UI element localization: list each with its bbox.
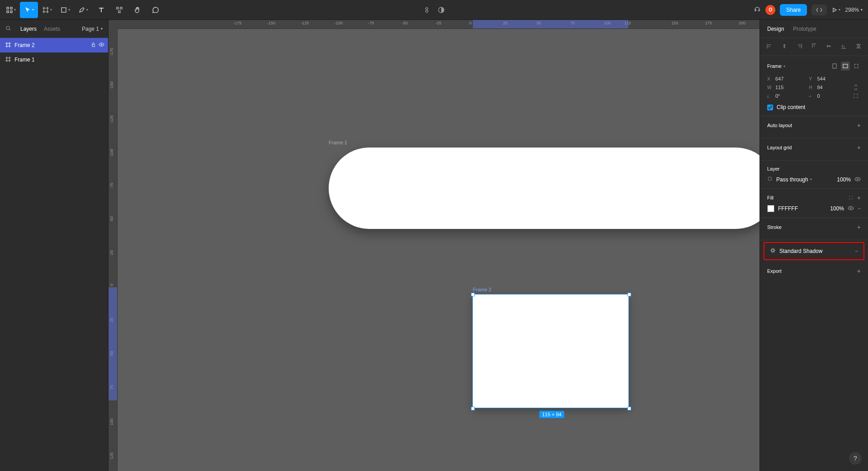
y-field[interactable]: Y544 — [809, 76, 848, 81]
orientation-landscape-icon[interactable] — [841, 62, 850, 71]
corner-radius-field[interactable]: ⌐0 — [809, 93, 848, 99]
frame-properties: X647 Y544 W115 H84 ⟀0° ⌐0 — [760, 71, 868, 102]
remove-effect-button[interactable]: − — [855, 248, 858, 254]
top-toolbar: ▾ ▾ ▾ ▾ ▾ — [0, 0, 868, 20]
h-field[interactable]: H84 — [809, 84, 848, 90]
fill-opacity-field[interactable]: 100% — [830, 205, 844, 212]
help-button[interactable]: ? — [849, 452, 862, 465]
fill-visibility-icon[interactable] — [848, 205, 854, 212]
add-layout-grid-button[interactable]: + — [857, 144, 861, 151]
dev-mode-button[interactable] — [811, 5, 827, 15]
align-v-center-icon[interactable] — [826, 43, 832, 51]
headphones-icon[interactable] — [754, 5, 761, 14]
svg-point-17 — [772, 249, 774, 252]
toolbar-right-group: O Share ▾ 298%▾ — [754, 4, 868, 16]
main-menu[interactable]: ▾ — [2, 2, 20, 18]
share-button[interactable]: Share — [780, 4, 807, 16]
right-panel: Design Prototype Frame▾ X647 Y544 W115 H… — [760, 20, 868, 471]
frame-tool[interactable]: ▾ — [38, 2, 56, 18]
stroke-title: Stroke — [767, 224, 782, 230]
pen-tool[interactable]: ▾ — [74, 2, 92, 18]
components-icon[interactable] — [423, 2, 430, 18]
comment-tool[interactable] — [146, 2, 165, 18]
layer-name: Frame 1 — [14, 57, 35, 63]
rotation-field[interactable]: ⟀0° — [767, 93, 806, 99]
layer-item-frame-2[interactable]: Frame 2 — [0, 38, 108, 52]
frame-1[interactable] — [329, 147, 760, 229]
present-button[interactable]: ▾ — [831, 7, 840, 13]
tab-design[interactable]: Design — [767, 26, 784, 32]
svg-rect-4 — [61, 8, 66, 12]
w-field[interactable]: W115 — [767, 84, 806, 90]
align-top-icon[interactable] — [811, 43, 817, 51]
blend-mode-dropdown[interactable]: Pass through▾ — [776, 176, 812, 183]
frame-1-label[interactable]: Frame 1 — [329, 140, 347, 145]
frame-2-label[interactable]: Frame 2 — [473, 287, 491, 292]
layout-grid-section: Layout grid + — [760, 138, 868, 161]
auto-layout-section: Auto layout + — [760, 116, 868, 138]
fill-styles-icon[interactable]: ⸬ — [849, 194, 853, 201]
shape-tool[interactable]: ▾ — [56, 2, 74, 18]
tab-layers[interactable]: Layers — [20, 26, 37, 32]
align-right-icon[interactable] — [796, 43, 802, 51]
tab-prototype[interactable]: Prototype — [793, 26, 816, 32]
svg-rect-13 — [843, 64, 848, 68]
resize-to-fit-icon[interactable] — [852, 62, 861, 71]
constrain-proportions-icon[interactable] — [851, 84, 861, 90]
canvas[interactable]: -175-150-125-100-75-50-25025507510011515… — [108, 20, 760, 471]
left-panel-tabs: Layers Assets Page 1▾ — [0, 20, 108, 38]
text-tool[interactable] — [92, 2, 110, 18]
svg-rect-7 — [118, 11, 120, 13]
effect-style-icon[interactable] — [770, 247, 776, 255]
move-tool[interactable]: ▾ — [20, 2, 38, 18]
orientation-portrait-icon[interactable] — [830, 62, 839, 71]
toolbar-center-group — [423, 2, 445, 18]
search-icon[interactable] — [5, 25, 11, 33]
align-left-icon[interactable] — [766, 43, 773, 51]
add-stroke-button[interactable]: + — [857, 224, 861, 231]
lock-icon[interactable] — [91, 42, 96, 48]
align-bottom-icon[interactable] — [840, 43, 847, 51]
auto-layout-title: Auto layout — [767, 123, 792, 128]
selection-handle-tr[interactable] — [627, 293, 631, 296]
selection-handle-tl[interactable] — [471, 293, 475, 296]
layer-section: Layer Pass through▾ 100% — [760, 161, 868, 189]
clip-content-checkbox[interactable] — [767, 105, 773, 110]
tab-assets[interactable]: Assets — [44, 26, 60, 32]
frame-title[interactable]: Frame▾ — [767, 63, 785, 69]
svg-rect-3 — [10, 11, 12, 13]
blend-mode-icon[interactable] — [767, 176, 773, 183]
x-field[interactable]: X647 — [767, 76, 806, 81]
remove-fill-button[interactable]: − — [858, 205, 861, 212]
hand-tool[interactable] — [128, 2, 146, 18]
fill-title: Fill — [767, 195, 774, 200]
selection-handle-br[interactable] — [627, 407, 631, 410]
svg-point-11 — [101, 44, 102, 45]
fill-hex-field[interactable]: FFFFFF — [778, 205, 798, 212]
independent-corners-icon[interactable] — [851, 93, 861, 99]
angle-icon: ⟀ — [767, 94, 773, 99]
align-h-center-icon[interactable] — [781, 43, 788, 51]
resources-tool[interactable] — [110, 2, 128, 18]
layer-visibility-icon[interactable] — [854, 176, 861, 183]
page-selector[interactable]: Page 1▾ — [82, 26, 103, 32]
toolbar-left-group: ▾ ▾ ▾ ▾ ▾ — [0, 2, 165, 18]
layout-grid-title: Layout grid — [767, 145, 792, 150]
layer-opacity-field[interactable]: 100% — [837, 176, 851, 183]
selection-handle-bl[interactable] — [471, 407, 475, 410]
add-export-button[interactable]: + — [857, 267, 861, 275]
selection-outline — [472, 294, 629, 408]
svg-point-9 — [6, 26, 9, 29]
visibility-icon[interactable] — [99, 42, 104, 48]
svg-point-15 — [857, 178, 859, 180]
layer-item-frame-1[interactable]: Frame 1 — [0, 52, 108, 67]
user-avatar[interactable]: O — [765, 5, 775, 15]
svg-rect-6 — [120, 7, 122, 9]
theme-toggle-icon[interactable] — [438, 2, 445, 18]
distribute-icon[interactable] — [855, 43, 862, 51]
effects-standard-shadow[interactable]: Standard Shadow − — [764, 242, 864, 260]
add-auto-layout-button[interactable]: + — [857, 122, 861, 129]
add-fill-button[interactable]: + — [857, 194, 861, 201]
zoom-dropdown[interactable]: 298%▾ — [845, 7, 863, 13]
fill-color-swatch[interactable] — [767, 205, 774, 212]
